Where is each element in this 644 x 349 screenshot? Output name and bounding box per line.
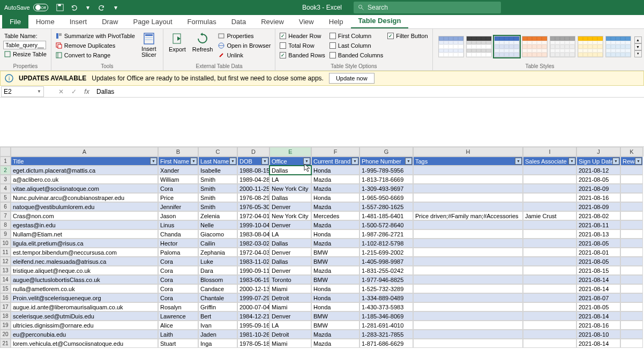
data-cell[interactable]: Honda (311, 193, 360, 202)
data-cell[interactable]: 2021-08-02 (576, 211, 620, 220)
data-cell[interactable]: scelerisque.sed@utmiDuis.edu (11, 311, 158, 321)
data-cell[interactable]: New York City (269, 184, 311, 193)
search-input[interactable] (368, 4, 448, 11)
data-cell[interactable] (413, 311, 523, 321)
filter-dropdown-icon[interactable]: ▼ (568, 158, 575, 165)
data-cell[interactable]: Miami (269, 284, 311, 293)
data-cell[interactable]: Denver (269, 266, 311, 275)
data-cell[interactable]: Honda (311, 284, 360, 293)
data-cell[interactable] (620, 229, 643, 239)
data-cell[interactable]: 1984-12-21 (237, 311, 269, 321)
data-cell[interactable]: 1988-08-15 (237, 166, 269, 175)
resize-table-button[interactable]: Resize Table (3, 49, 48, 59)
summarize-pivot-button[interactable]: Summarize with PivotTable (55, 31, 136, 41)
data-cell[interactable]: Smith (198, 184, 237, 193)
data-cell[interactable]: tristique.aliquet@neque.co.uk (11, 266, 158, 275)
data-cell[interactable]: 2000-11-25 (237, 184, 269, 193)
data-cell[interactable]: 2000-12-13 (237, 284, 269, 293)
row-header[interactable]: 1 (0, 157, 11, 166)
data-cell[interactable]: 2021-08-14 (576, 311, 620, 321)
data-cell[interactable]: Alice (158, 321, 198, 330)
formula-input[interactable]: Dallas (93, 88, 644, 95)
data-cell[interactable]: 2021-08-01 (576, 248, 620, 257)
data-cell[interactable]: Nelle (198, 220, 237, 229)
data-cell[interactable] (620, 330, 643, 339)
data-cell[interactable] (413, 229, 523, 239)
data-cell[interactable]: Jaden (198, 330, 237, 339)
data-cell[interactable] (523, 293, 576, 302)
data-cell[interactable]: 2021-08-05 (576, 302, 620, 311)
table-style-swatch[interactable] (494, 36, 520, 57)
data-cell[interactable] (620, 339, 643, 348)
data-cell[interactable]: Mazda (311, 220, 360, 229)
data-cell[interactable]: Blossom (198, 275, 237, 284)
fx-icon[interactable]: fx (80, 86, 93, 97)
data-cell[interactable] (620, 248, 643, 257)
data-cell[interactable]: 1-525-732-3289 (360, 284, 413, 293)
data-cell[interactable] (620, 202, 643, 211)
tab-view[interactable]: View (291, 15, 321, 28)
column-header[interactable]: G (360, 147, 413, 157)
data-cell[interactable]: augue@luctuslobortisClass.co.uk (11, 275, 158, 284)
data-cell[interactable] (413, 339, 523, 348)
filter-dropdown-icon[interactable]: ▼ (635, 158, 642, 165)
data-cell[interactable]: 1976-05-30 (237, 202, 269, 211)
table-header-cell[interactable]: Tags▼ (413, 157, 523, 166)
column-header[interactable]: E (269, 147, 311, 157)
data-cell[interactable]: Smith (198, 202, 237, 211)
data-cell[interactable]: Xander (158, 166, 198, 175)
data-cell[interactable]: 1981-10-26 (237, 330, 269, 339)
data-cell[interactable] (523, 302, 576, 311)
data-cell[interactable]: vitae.aliquet@sociisnatoque.com (11, 184, 158, 193)
data-cell[interactable]: Isabelle (198, 166, 237, 175)
data-cell[interactable] (413, 330, 523, 339)
data-cell[interactable]: 2021-08-15 (576, 266, 620, 275)
data-cell[interactable]: Mazda (311, 330, 360, 339)
tab-table-design[interactable]: Table Design (351, 14, 409, 28)
data-cell[interactable] (413, 275, 523, 284)
data-cell[interactable] (620, 302, 643, 311)
tab-draw[interactable]: Draw (94, 15, 125, 28)
data-cell[interactable]: BMW (311, 275, 360, 284)
first-column-checkbox[interactable]: First Column (328, 31, 384, 41)
data-cell[interactable] (413, 166, 523, 175)
column-header[interactable]: H (413, 147, 523, 157)
data-cell[interactable] (523, 275, 576, 284)
data-cell[interactable] (620, 257, 643, 266)
filter-dropdown-icon[interactable]: ▼ (612, 158, 619, 165)
data-cell[interactable]: ligula.elit.pretium@risus.ca (11, 239, 158, 248)
data-cell[interactable] (523, 202, 576, 211)
data-cell[interactable]: Inga (198, 339, 237, 348)
data-cell[interactable]: Mercedes (311, 211, 360, 220)
qat-more-icon[interactable]: ▾ (109, 1, 122, 14)
data-cell[interactable]: 1982-03-02 (237, 239, 269, 248)
data-cell[interactable]: 1983-06-19 (237, 275, 269, 284)
data-cell[interactable]: Jamie Crust (523, 211, 576, 220)
data-cell[interactable]: Toronto (269, 275, 311, 284)
data-cell[interactable]: 2021-08-05 (576, 239, 620, 248)
data-cell[interactable] (620, 184, 643, 193)
data-cell[interactable]: 1-283-321-7855 (360, 330, 413, 339)
data-cell[interactable] (620, 284, 643, 293)
data-cell[interactable]: Mazda (311, 175, 360, 184)
data-cell[interactable]: est.tempor.bibendum@neccursusa.com (11, 248, 158, 257)
data-cell[interactable] (620, 293, 643, 302)
data-cell[interactable]: 2021-08-16 (576, 321, 620, 330)
table-header-cell[interactable]: Title▼ (11, 157, 158, 166)
table-header-cell[interactable]: First Name▼ (158, 157, 198, 166)
data-cell[interactable]: Cora (158, 293, 198, 302)
data-cell[interactable]: Luke (198, 257, 237, 266)
data-cell[interactable] (413, 266, 523, 275)
data-cell[interactable]: Detroit (269, 330, 311, 339)
row-header[interactable]: 19 (0, 321, 11, 330)
data-cell[interactable]: 2021-08-09 (576, 184, 620, 193)
data-cell[interactable] (620, 266, 643, 275)
data-cell[interactable] (523, 284, 576, 293)
data-cell[interactable]: Hector (158, 239, 198, 248)
filter-dropdown-icon[interactable]: ▼ (190, 158, 197, 165)
data-cell[interactable]: 2021-08-05 (576, 175, 620, 184)
data-cell[interactable] (523, 175, 576, 184)
data-cell[interactable]: Cora (158, 284, 198, 293)
data-cell[interactable]: 1-871-686-6629 (360, 339, 413, 348)
row-header[interactable]: 14 (0, 275, 11, 284)
